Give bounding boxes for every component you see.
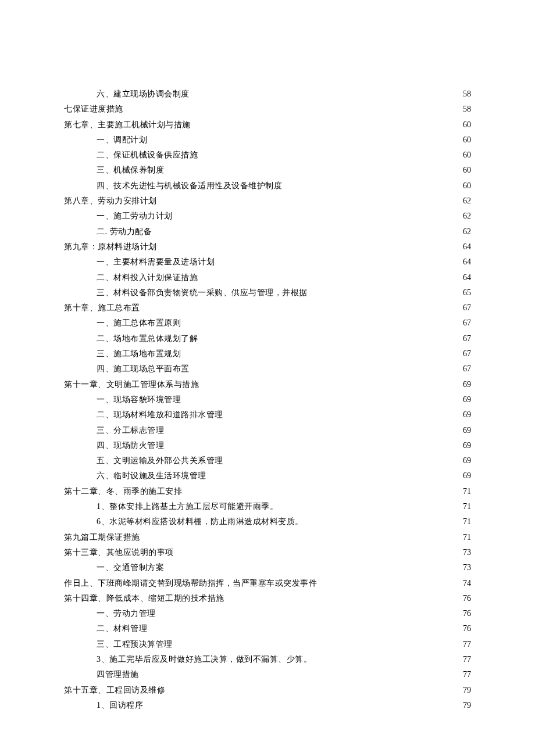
toc-entry: 一、施工劳动力计划62 — [64, 209, 471, 223]
toc-entry-page: 62 — [459, 225, 471, 239]
toc-entry: 第七章、主要施工机械计划与措施60 — [64, 118, 471, 132]
toc-entry: 五、文明运输及外部公共关系管理69 — [64, 454, 471, 468]
toc-entry: 三、分工标志管理69 — [64, 424, 471, 438]
toc-entry-page: 71 — [459, 500, 471, 514]
toc-entry: 三、施工场地布置规划67 — [64, 347, 471, 361]
toc-entry-title: 三、工程预决算管理 — [97, 637, 173, 651]
toc-entry-page: 69 — [459, 469, 471, 483]
toc-entry-page: 77 — [459, 653, 471, 667]
toc-entry: 三、机械保养制度60 — [64, 163, 471, 177]
toc-entry-title: 四、技术先进性与机械设备适用性及设备维护制度 — [97, 179, 282, 193]
toc-entry-title: 一、交通管制方案 — [97, 561, 164, 575]
toc-entry-title: 第十四章、降低成本、缩短工期的技术措施 — [64, 592, 224, 605]
toc-entry-title: 六、临时设施及生活环境管理 — [97, 469, 206, 483]
toc-entry: 3、施工完毕后应及时做好施工决算，做到不漏算、少算。77 — [64, 653, 471, 667]
toc-entry-title: 一、主要材料需要量及进场计划 — [97, 255, 215, 269]
toc-entry: 第十一章、文明施工管理体系与措施69 — [64, 378, 471, 392]
table-of-contents: 六、建立现场协调会制度58七保证进度措施58第七章、主要施工机械计划与措施60一… — [64, 87, 471, 712]
toc-entry: 第十二章、冬、雨季的施工安排71 — [64, 485, 471, 499]
toc-entry-title: 第十五章、工程回访及维修 — [64, 683, 165, 697]
toc-entry: 一、调配计划60 — [64, 133, 471, 147]
toc-entry-title: 第九章：原材料进场计划 — [64, 240, 157, 254]
toc-entry: 七保证进度措施58 — [64, 102, 471, 116]
toc-entry: 二、保证机械设备供应措施60 — [64, 148, 471, 162]
toc-entry: 六、建立现场协调会制度58 — [64, 87, 471, 101]
toc-entry-page: 62 — [459, 209, 471, 223]
toc-entry-page: 71 — [459, 531, 471, 544]
toc-entry-title: 三、机械保养制度 — [97, 163, 164, 177]
toc-entry: 第十章、施工总布置67 — [64, 301, 471, 315]
toc-entry-title: 二、现场材料堆放和道路排水管理 — [97, 408, 223, 422]
toc-entry: 第九篇工期保证措施71 — [64, 531, 471, 544]
toc-entry: 第十五章、工程回访及维修79 — [64, 683, 471, 697]
toc-entry-page: 65 — [459, 286, 471, 300]
toc-entry-page: 69 — [459, 393, 471, 407]
toc-entry-title: 3、施工完毕后应及时做好施工决算，做到不漏算、少算。 — [97, 653, 312, 667]
toc-entry-title: 二. 劳动力配备 — [97, 225, 152, 239]
toc-entry-page: 76 — [459, 592, 471, 605]
toc-entry: 四、施工现场总平面布置67 — [64, 362, 471, 376]
toc-entry: 第十四章、降低成本、缩短工期的技术措施76 — [64, 592, 471, 605]
toc-entry-page: 73 — [459, 546, 471, 560]
toc-entry: 1、回访程序79 — [64, 698, 471, 712]
toc-entry: 六、临时设施及生活环境管理69 — [64, 469, 471, 483]
toc-entry-page: 79 — [459, 698, 471, 712]
toc-entry: 一、主要材料需要量及进场计划64 — [64, 255, 471, 269]
toc-entry-title: 一、现场容貌环境管理 — [97, 393, 181, 407]
toc-entry-page: 77 — [459, 637, 471, 651]
toc-entry: 第八章、劳动力安排计划62 — [64, 194, 471, 208]
toc-entry: 二、现场材料堆放和道路排水管理69 — [64, 408, 471, 422]
toc-entry-page: 69 — [459, 408, 471, 422]
toc-entry-page: 62 — [459, 194, 471, 208]
toc-entry-title: 第八章、劳动力安排计划 — [64, 194, 157, 208]
toc-entry: 一、劳动力管理76 — [64, 607, 471, 621]
toc-entry-title: 第十三章、其他应说明的事项 — [64, 546, 174, 560]
toc-entry-page: 58 — [459, 87, 471, 101]
toc-entry-page: 67 — [459, 347, 471, 361]
toc-entry-title: 六、建立现场协调会制度 — [97, 87, 190, 101]
toc-entry-title: 二、材料管理 — [97, 622, 147, 636]
toc-entry-title: 三、施工场地布置规划 — [97, 347, 181, 361]
toc-entry-page: 60 — [459, 118, 471, 132]
toc-entry: 二、材料管理76 — [64, 622, 471, 636]
toc-entry: 二. 劳动力配备62 — [64, 225, 471, 239]
toc-entry-page: 67 — [459, 362, 471, 376]
toc-entry-title: 第七章、主要施工机械计划与措施 — [64, 118, 191, 132]
toc-entry-page: 79 — [459, 683, 471, 697]
toc-entry-page: 69 — [459, 424, 471, 438]
toc-entry: 作日上、下班商峰期请交替到现场帮助指挥，当严重塞车或突发事件74 — [64, 576, 471, 590]
toc-entry-title: 二、保证机械设备供应措施 — [97, 148, 198, 162]
toc-entry-page: 60 — [459, 133, 471, 147]
toc-entry-title: 6、水泥等材料应搭设材料棚，防止雨淋造成材料变质。 — [97, 515, 304, 529]
toc-entry-page: 74 — [459, 576, 471, 590]
toc-entry: 第九章：原材料进场计划64 — [64, 240, 471, 254]
toc-entry: 三、材料设备部负责物资统一采购、供应与管理，并根据65 — [64, 286, 471, 300]
toc-entry-title: 作日上、下班商峰期请交替到现场帮助指挥，当严重塞车或突发事件 — [64, 576, 317, 590]
toc-entry-title: 一、调配计划 — [97, 133, 147, 147]
toc-entry: 四、技术先进性与机械设备适用性及设备维护制度60 — [64, 179, 471, 193]
toc-entry-page: 60 — [459, 163, 471, 177]
toc-entry-page: 73 — [459, 561, 471, 575]
toc-entry-title: 第十章、施工总布置 — [64, 301, 140, 315]
toc-entry: 第十三章、其他应说明的事项73 — [64, 546, 471, 560]
toc-entry: 6、水泥等材料应搭设材料棚，防止雨淋造成材料变质。71 — [64, 515, 471, 529]
toc-entry-page: 69 — [459, 454, 471, 468]
toc-entry: 一、现场容貌环境管理69 — [64, 393, 471, 407]
toc-entry: 1、整体安排上路基土方施工层尽可能避开雨季。71 — [64, 500, 471, 514]
toc-entry-title: 1、整体安排上路基土方施工层尽可能避开雨季。 — [97, 500, 278, 514]
toc-entry-page: 71 — [459, 485, 471, 499]
toc-entry: 一、施工总体布置原则67 — [64, 316, 471, 330]
toc-entry-page: 64 — [459, 255, 471, 269]
toc-entry-page: 67 — [459, 332, 471, 346]
toc-entry-page: 69 — [459, 378, 471, 392]
toc-entry-title: 七保证进度措施 — [64, 102, 123, 116]
toc-entry-title: 五、文明运输及外部公共关系管理 — [97, 454, 223, 468]
toc-entry-title: 三、材料设备部负责物资统一采购、供应与管理，并根据 — [97, 286, 308, 300]
toc-entry-title: 二、场地布置总体规划了解 — [97, 332, 198, 346]
toc-entry-title: 一、劳动力管理 — [97, 607, 156, 621]
toc-entry-title: 第十一章、文明施工管理体系与措施 — [64, 378, 199, 392]
toc-entry: 二、场地布置总体规划了解67 — [64, 332, 471, 346]
toc-entry-title: 一、施工总体布置原则 — [97, 316, 181, 330]
toc-entry-page: 60 — [459, 179, 471, 193]
toc-entry-page: 77 — [459, 668, 471, 682]
